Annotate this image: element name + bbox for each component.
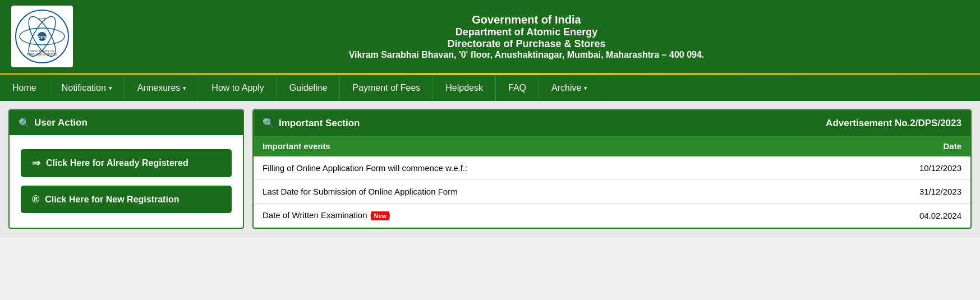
table-row: Date of Written ExaminationNew04.02.2024 <box>254 204 970 228</box>
search-icon: 🔍 <box>19 118 30 128</box>
important-section-title-group: 🔍 Important Section <box>263 117 360 129</box>
svg-text:PURCHASE & STORES: PURCHASE & STORES <box>27 53 58 56</box>
table-row: Filling of Online Application Form will … <box>254 156 970 180</box>
nav-label-how-to-apply: How to Apply <box>211 83 264 93</box>
nav-item-helpdesk[interactable]: Helpdesk <box>433 75 496 101</box>
nav-item-payment-of-fees[interactable]: Payment of Fees <box>340 75 433 101</box>
main-content: 🔍 User Action ⇒ Click Here for Already R… <box>0 101 980 237</box>
event-cell: Last Date for Submission of Online Appli… <box>254 180 892 204</box>
nav-item-annexures[interactable]: Annexures ▾ <box>125 75 200 101</box>
important-section-title: Important Section <box>279 118 360 129</box>
new-registration-button[interactable]: ® Click Here for New Registration <box>21 186 232 213</box>
event-cell: Filling of Online Application Form will … <box>254 156 892 180</box>
chevron-down-icon: ▾ <box>584 85 587 92</box>
site-header: DPS DIRECTORATE OF PURCHASE & STORES कभ … <box>0 0 980 73</box>
search-icon: 🔍 <box>263 117 274 129</box>
col-header-event: Important events <box>254 136 892 156</box>
nav-label-guideline: Guideline <box>289 83 328 93</box>
svg-text:DPS: DPS <box>38 35 47 40</box>
nav-label-home: Home <box>12 83 36 93</box>
event-cell: Date of Written ExaminationNew <box>254 204 892 228</box>
user-action-panel: 🔍 User Action ⇒ Click Here for Already R… <box>8 109 244 229</box>
user-action-header: 🔍 User Action <box>10 110 243 135</box>
login-icon: ⇒ <box>32 157 40 169</box>
main-navbar: Home Notification ▾ Annexures ▾ How to A… <box>0 75 980 101</box>
nav-item-guideline[interactable]: Guideline <box>277 75 341 101</box>
chevron-down-icon: ▾ <box>109 85 112 92</box>
new-registration-label: Click Here for New Registration <box>45 195 179 205</box>
important-section-panel: 🔍 Important Section Advertisement No.2/D… <box>252 109 972 229</box>
svg-text:कभ नी: कभ नी <box>38 17 46 20</box>
user-action-title: User Action <box>34 117 88 128</box>
header-line3: Directorate of Purchase & Stores <box>84 38 969 50</box>
already-registered-label: Click Here for Already Registered <box>46 158 188 168</box>
events-table: Important events Date Filling of Online … <box>254 136 970 228</box>
nav-item-home[interactable]: Home <box>0 75 49 101</box>
nav-label-archive: Archive <box>551 83 581 93</box>
table-header-row: Important events Date <box>254 136 970 156</box>
header-org-info: Government of India Department of Atomic… <box>84 13 969 60</box>
header-line4: Vikram Sarabhai Bhavan, '0' floor, Anush… <box>84 50 969 60</box>
user-action-body: ⇒ Click Here for Already Registered ® Cl… <box>10 135 243 227</box>
col-header-date: Date <box>892 136 970 156</box>
site-logo: DPS DIRECTORATE OF PURCHASE & STORES कभ … <box>11 6 73 67</box>
table-row: Last Date for Submission of Online Appli… <box>254 180 970 204</box>
register-icon: ® <box>32 193 39 205</box>
date-cell: 04.02.2024 <box>892 204 970 228</box>
nav-label-annexures: Annexures <box>137 83 181 93</box>
date-cell: 31/12/2023 <box>892 180 970 204</box>
nav-item-how-to-apply[interactable]: How to Apply <box>199 75 277 101</box>
nav-label-notification: Notification <box>62 83 106 93</box>
date-cell: 10/12/2023 <box>892 156 970 180</box>
advertisement-number: Advertisement No.2/DPS/2023 <box>826 118 961 129</box>
nav-item-archive[interactable]: Archive ▾ <box>539 75 600 101</box>
chevron-down-icon: ▾ <box>183 85 186 92</box>
already-registered-button[interactable]: ⇒ Click Here for Already Registered <box>21 149 232 177</box>
new-badge: New <box>370 211 390 220</box>
important-section-header: 🔍 Important Section Advertisement No.2/D… <box>254 110 970 136</box>
nav-label-helpdesk: Helpdesk <box>445 83 483 93</box>
nav-label-faq: FAQ <box>508 83 526 93</box>
nav-item-faq[interactable]: FAQ <box>496 75 539 101</box>
header-line2: Department of Atomic Energy <box>84 26 969 38</box>
nav-item-notification[interactable]: Notification ▾ <box>49 75 125 101</box>
nav-label-payment-of-fees: Payment of Fees <box>352 83 420 93</box>
header-line1: Government of India <box>84 13 969 26</box>
